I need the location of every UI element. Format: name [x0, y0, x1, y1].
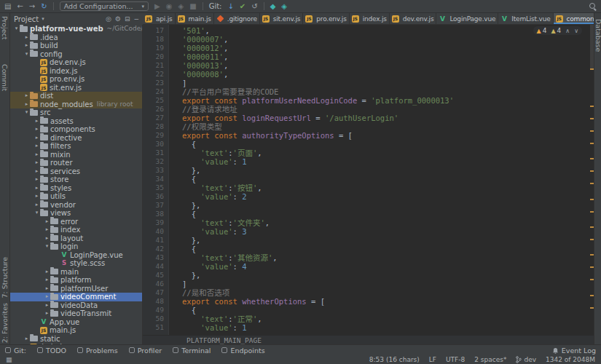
- expand-arrow-icon[interactable]: ▸: [44, 285, 50, 293]
- code-line[interactable]: 30 {: [143, 140, 594, 149]
- collapse-arrow-icon[interactable]: ▾: [23, 50, 30, 59]
- tree-item-.idea[interactable]: ▸.idea: [10, 33, 142, 42]
- expand-arrow-icon[interactable]: ▸: [23, 41, 30, 50]
- editor-breadcrumb[interactable]: PLATFORM_MAIN_PAGE: [143, 335, 594, 344]
- code-line[interactable]: 24//平台用户需要登录的CODE: [143, 87, 594, 96]
- tool-button-commit[interactable]: Commit: [1, 64, 9, 91]
- tool-button-favorites[interactable]: 2: Favorites: [1, 303, 9, 343]
- toolwindow-button-todo[interactable]: TODO: [37, 347, 66, 355]
- expand-arrow-icon[interactable]: ▸: [23, 100, 30, 109]
- code-line[interactable]: 36 'value': 2: [143, 192, 594, 201]
- expand-arrow-icon[interactable]: ▸: [34, 142, 40, 151]
- expand-arrow-icon[interactable]: ▸: [34, 192, 40, 201]
- tree-item-videoData[interactable]: ▸videoData: [10, 301, 142, 310]
- code-line[interactable]: 21'0000013',: [143, 61, 594, 70]
- code-line[interactable]: 34 {: [143, 175, 594, 183]
- git-update-icon[interactable]: ↓: [227, 3, 233, 10]
- code-line[interactable]: 17'501',: [143, 26, 594, 35]
- code-line[interactable]: 28//权限类型: [143, 122, 594, 131]
- code-line[interactable]: 43 'text':'其他资源',: [143, 253, 594, 262]
- tool-button-project[interactable]: Project: [1, 16, 9, 40]
- code-line[interactable]: 50 'text':'正常',: [143, 314, 594, 323]
- tree-item-assets[interactable]: ▸assets: [10, 117, 142, 126]
- toolwindow-button-endpoints[interactable]: Endpoints: [221, 347, 264, 355]
- code-line[interactable]: 35 'text':'按钮',: [143, 183, 594, 192]
- debug-icon[interactable]: ◉: [166, 3, 173, 10]
- tree-item-styles[interactable]: ▸styles: [10, 184, 142, 193]
- tree-item-pro.env.js[interactable]: JSpro.env.js: [10, 75, 142, 84]
- git-rollback-icon[interactable]: ↺: [251, 3, 257, 10]
- tree-item-config[interactable]: ▾config: [10, 50, 142, 59]
- code-line[interactable]: 40 'value': 3: [143, 227, 594, 236]
- code-line[interactable]: 38 {: [143, 210, 594, 218]
- tool-button-database[interactable]: Database: [594, 19, 601, 52]
- code-line[interactable]: 37 },: [143, 201, 594, 210]
- run-icon[interactable]: ▶: [154, 3, 160, 10]
- expand-arrow-icon[interactable]: ▸: [34, 117, 40, 126]
- plugin-icon-2[interactable]: ◈: [281, 3, 287, 10]
- tree-item-layout[interactable]: ▸layout: [10, 234, 142, 243]
- code-line[interactable]: 47//是和否选项: [143, 288, 594, 297]
- line-separator[interactable]: LF: [429, 356, 436, 363]
- tree-item-sit.env.js[interactable]: JSsit.env.js: [10, 84, 142, 92]
- stop-icon[interactable]: ■: [189, 3, 196, 10]
- tree-item-index[interactable]: ▸index: [10, 226, 142, 234]
- tree-item-build[interactable]: ▸build: [10, 41, 142, 50]
- expand-arrow-icon[interactable]: ▸: [34, 175, 40, 184]
- memory-indicator[interactable]: 1342 of 2048M: [546, 356, 595, 363]
- tree-item-login[interactable]: ▾login: [10, 242, 142, 251]
- editor[interactable]: 17'501',18'0000007',19'0000012',20'00000…: [143, 25, 594, 344]
- collapse-arrow-icon[interactable]: ▾: [13, 25, 20, 33]
- tree-item-videoTransmit[interactable]: ▸videoTransmit: [10, 309, 142, 318]
- tree-item-components[interactable]: ▸components: [10, 125, 142, 134]
- editor-scrollbar[interactable]: [590, 25, 594, 335]
- git-branch-widget[interactable]: dev: [516, 356, 536, 363]
- code-line[interactable]: 20'0000011',: [143, 52, 594, 61]
- tab-.gitignore[interactable]: .gitignore: [214, 13, 260, 24]
- code-line[interactable]: 51 'value': 1: [143, 323, 594, 332]
- expand-arrow-icon[interactable]: ▸: [23, 33, 30, 42]
- tab-dev.env.js[interactable]: JSdev.env.js: [390, 13, 437, 24]
- expand-arrow-icon[interactable]: ▸: [44, 234, 50, 243]
- expand-arrow-icon[interactable]: ▸: [44, 309, 50, 318]
- tab-LoginPage.vue[interactable]: VLoginPage.vue: [436, 13, 498, 24]
- collapse-arrow-icon[interactable]: ▾: [34, 209, 40, 218]
- tab-main.js[interactable]: JSmain.js: [176, 13, 214, 24]
- code-area[interactable]: 17'501',18'0000007',19'0000012',20'00000…: [143, 25, 594, 335]
- tree-item-src[interactable]: ▾src: [10, 108, 142, 117]
- toolwindow-button-problems[interactable]: Problems: [77, 347, 118, 355]
- tree-item-platform[interactable]: ▸platform: [10, 276, 142, 285]
- tree-item-LoginPage.vue[interactable]: VLoginPage.vue: [10, 251, 142, 260]
- code-line[interactable]: 48export const whetherOptions = [: [143, 297, 594, 306]
- expand-arrow-icon[interactable]: ▸: [23, 335, 30, 344]
- nav-forward-icon[interactable]: →: [29, 3, 35, 10]
- tree-item-static[interactable]: ▸static: [10, 335, 142, 344]
- locate-file-icon[interactable]: ◎: [106, 15, 111, 23]
- tree-item-videoComment[interactable]: ▸videoComment: [10, 293, 142, 301]
- event-log-button[interactable]: Event Log: [552, 347, 596, 355]
- code-line[interactable]: 49 {: [143, 306, 594, 314]
- tree-item-services[interactable]: ▸services: [10, 167, 142, 176]
- code-line[interactable]: 22'0000008',: [143, 70, 594, 79]
- expand-arrow-icon[interactable]: ▸: [44, 276, 50, 285]
- tool-button-structure[interactable]: 7: Structure: [1, 257, 9, 298]
- open-project-icon[interactable]: ▤: [4, 3, 11, 10]
- tab-sit.env.js[interactable]: JSsit.env.js: [260, 13, 304, 24]
- expand-arrow-icon[interactable]: ▸: [34, 159, 40, 167]
- tree-item-App.vue[interactable]: VApp.vue: [10, 318, 142, 327]
- prev-issue-icon[interactable]: ∧: [565, 28, 570, 34]
- code-line[interactable]: 39 'text':'文件夹',: [143, 218, 594, 227]
- expand-arrow-icon[interactable]: ▸: [44, 301, 50, 310]
- tree-item-dist[interactable]: ▸dist: [10, 92, 142, 100]
- file-encoding[interactable]: UTF-8: [446, 356, 465, 363]
- toolwindow-button-git[interactable]: Git:: [5, 347, 26, 355]
- code-line[interactable]: 44 'value': 4: [143, 262, 594, 271]
- hide-panel-icon[interactable]: −: [133, 15, 139, 23]
- code-line[interactable]: 45 },: [143, 271, 594, 280]
- expand-arrow-icon[interactable]: ▸: [23, 92, 30, 100]
- tree-item-utils[interactable]: ▸utils: [10, 192, 142, 201]
- toolwindow-button-profiler[interactable]: Profiler: [129, 347, 162, 355]
- expand-arrow-icon[interactable]: ▸: [44, 226, 50, 234]
- code-line[interactable]: 18'0000007',: [143, 35, 594, 44]
- code-line[interactable]: 46]: [143, 280, 594, 288]
